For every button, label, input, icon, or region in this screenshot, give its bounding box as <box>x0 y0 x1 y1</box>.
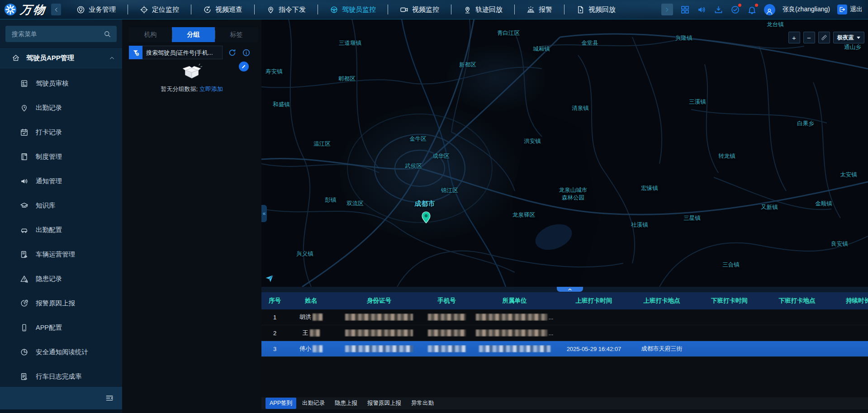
driver-name: 王 <box>303 329 308 337</box>
speaker-button[interactable] <box>697 5 707 14</box>
filter-button[interactable] <box>129 46 142 59</box>
empty-box-icon <box>181 62 202 81</box>
panel-collapse-handle[interactable]: « <box>261 205 267 222</box>
sidebar-item-4[interactable]: 制度管理 <box>0 144 122 169</box>
empty-state: 暂无分组数据; 立即添加 <box>122 62 261 93</box>
zoom-in-button[interactable]: + <box>788 32 800 43</box>
redacted-phone <box>428 345 466 352</box>
avatar[interactable] <box>764 4 775 15</box>
top-nav-bar: 万物 业务管理定位监控视频巡查指令下发驾驶员监控视频监控轨迹回放报警视频回放 张… <box>0 0 868 19</box>
redacted-phone <box>428 313 466 321</box>
sidebar-item-12[interactable]: 安全通知阅读统计 <box>0 340 122 364</box>
nav-item-8[interactable]: 报警 <box>515 0 564 19</box>
sidebar-section-driver-app[interactable]: 驾驶员APP管理 <box>0 47 122 68</box>
user-name[interactable]: 张良(zhangliang) <box>783 5 830 14</box>
logout-button[interactable]: 退出 <box>837 5 863 14</box>
calendar-check-icon <box>20 128 28 137</box>
group-tab-3[interactable]: 标签 <box>215 27 258 42</box>
clock-alert-icon <box>20 299 28 308</box>
sidebar-item-10[interactable]: 报警原因上报 <box>0 291 122 315</box>
redacted-unit <box>479 345 550 352</box>
nav-item-3[interactable]: 视频巡查 <box>191 0 254 19</box>
nav-items: 业务管理定位监控视频巡查指令下发驾驶员监控视频监控轨迹回放报警视频回放 <box>65 0 659 19</box>
location-marker[interactable] <box>421 211 431 224</box>
chevron-up-icon <box>568 287 572 292</box>
download-button[interactable] <box>714 5 723 14</box>
sidebar-item-2[interactable]: 出勤记录 <box>0 95 122 120</box>
bottom-tab-5[interactable]: 异常出勤 <box>407 398 438 409</box>
table-collapse-pill[interactable] <box>557 287 583 292</box>
sidebar-item-5[interactable]: 通知管理 <box>0 169 122 193</box>
grid-button[interactable] <box>680 5 690 14</box>
sidebar-item-label: APP配置 <box>36 323 62 332</box>
column-header: 上班打卡时间 <box>560 297 628 305</box>
table-row[interactable]: 1胡洪... <box>261 309 868 325</box>
menu-search-box <box>5 26 117 42</box>
nav-item-2[interactable]: 定位监控 <box>128 0 191 19</box>
nav-item-label: 驾驶员监控 <box>342 5 376 14</box>
video-patrol-icon <box>203 5 212 14</box>
nav-item-6[interactable]: 视频监控 <box>388 0 451 19</box>
left-sidebar: 驾驶员APP管理 驾驶员审核出勤记录打卡记录制度管理通知管理知识库出勤配置车辆运… <box>0 19 122 413</box>
task-check-button[interactable] <box>730 5 740 14</box>
zoom-out-button[interactable]: − <box>803 32 815 43</box>
table-cell: 3 <box>261 346 288 352</box>
camera-icon <box>400 5 408 14</box>
nav-item-9[interactable]: 视频回放 <box>564 0 627 19</box>
sidebar-item-8[interactable]: 车辆运营管理 <box>0 242 122 266</box>
bottom-tab-1[interactable]: APP签到 <box>266 398 296 409</box>
send-button[interactable] <box>265 274 275 283</box>
row-index: 1 <box>273 314 276 321</box>
bottom-tab-4[interactable]: 报警原因上报 <box>363 398 405 409</box>
group-tab-1[interactable]: 机构 <box>129 27 172 42</box>
refresh-button[interactable] <box>228 48 237 57</box>
sidebar-item-11[interactable]: APP配置 <box>0 315 122 340</box>
chevron-up-icon[interactable] <box>109 55 115 61</box>
table-cell: ... <box>469 313 560 321</box>
sidebar-item-label: 制度管理 <box>36 152 62 161</box>
checkin-place: 成都市天府三街 <box>641 345 683 353</box>
sidebar-item-13[interactable]: 行车日志完成率 <box>0 364 122 386</box>
sidebar-footer-strip <box>0 409 122 413</box>
sidebar-item-9[interactable]: 隐患记录 <box>0 266 122 291</box>
bottom-tab-2[interactable]: 出勤记录 <box>298 398 329 409</box>
sidebar-item-3[interactable]: 打卡记录 <box>0 120 122 144</box>
measure-button[interactable] <box>818 32 830 43</box>
collapse-sidebar-icon[interactable] <box>105 394 114 403</box>
nav-item-label: 定位监控 <box>152 5 179 14</box>
table-row[interactable]: 2王... <box>261 325 868 341</box>
column-header: 下班打卡时间 <box>696 297 763 305</box>
sidebar-item-label: 出勤配置 <box>36 226 62 234</box>
info-button[interactable] <box>242 48 251 57</box>
file-video-icon <box>576 5 585 14</box>
chevron-right-icon <box>664 7 670 13</box>
expand-right-button[interactable] <box>661 4 673 15</box>
sidebar-item-label: 隐患记录 <box>36 275 62 283</box>
nav-item-4[interactable]: 指令下发 <box>255 0 318 19</box>
pin-clock-icon <box>20 104 28 112</box>
home-icon <box>12 54 20 62</box>
column-header: 身份证号 <box>334 297 424 305</box>
nav-item-5[interactable]: 驾驶员监控 <box>318 0 388 19</box>
download-icon <box>714 5 723 14</box>
sidebar-item-label: 出勤记录 <box>36 104 62 112</box>
nav-item-1[interactable]: 业务管理 <box>65 0 128 19</box>
sidebar-item-6[interactable]: 知识库 <box>0 193 122 218</box>
driver-search-input[interactable] <box>142 46 223 59</box>
sidebar-item-label: 车辆运营管理 <box>36 250 75 259</box>
sidebar-item-1[interactable]: 驾驶员审核 <box>0 71 122 95</box>
menu-search-input[interactable] <box>11 30 100 38</box>
map-theme-button[interactable]: 极夜蓝 <box>833 32 865 43</box>
table-header: 序号姓名身份证号手机号所属单位上班打卡时间上班打卡地点下班打卡时间下班打卡地点持… <box>261 292 868 309</box>
map-canvas[interactable]: 三道堰镇青白江区金堂县兴隆镇城厢镇新都区寿安镇郫都区通山乡和盛镇清泉镇三溪镇白果… <box>261 19 868 287</box>
megaphone-icon <box>20 177 28 185</box>
nav-item-7[interactable]: 轨迹回放 <box>451 0 514 19</box>
table-cell <box>334 313 424 321</box>
bell-button[interactable] <box>747 5 757 14</box>
bottom-tab-3[interactable]: 隐患上报 <box>331 398 361 409</box>
sidebar-item-7[interactable]: 出勤配置 <box>0 218 122 242</box>
nav-collapse-button[interactable] <box>51 4 61 15</box>
add-now-link[interactable]: 立即添加 <box>199 85 223 92</box>
group-tab-2[interactable]: 分组 <box>172 27 215 42</box>
table-row[interactable]: 3傅小2025-05-29 16:42:07成都市天府三街 <box>261 341 868 357</box>
